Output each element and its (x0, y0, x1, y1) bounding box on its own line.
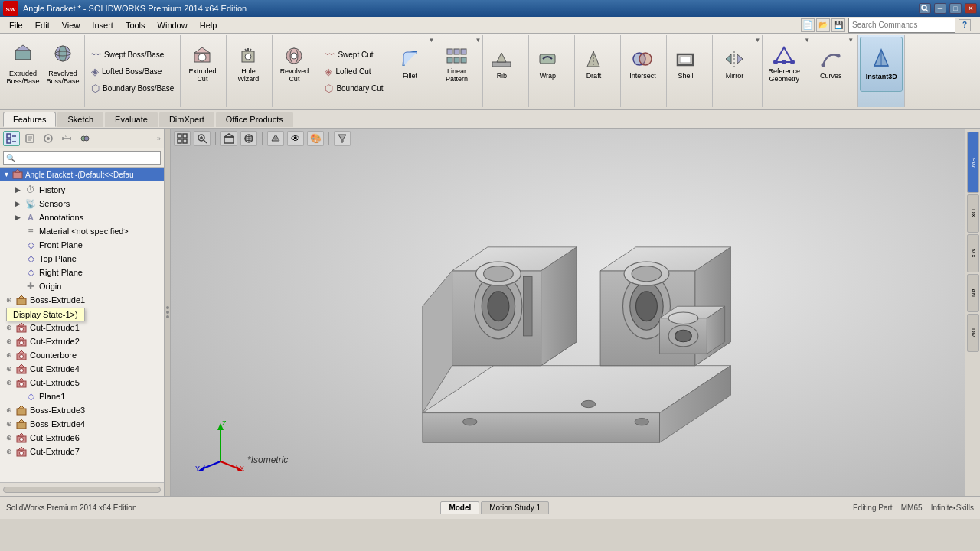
reference-geometry-button[interactable]: ReferenceGeometry (764, 37, 804, 92)
view-filter[interactable] (334, 131, 351, 146)
intersect-button[interactable]: Intersect (622, 37, 662, 92)
save-btn[interactable]: 💾 (831, 18, 845, 32)
menu-edit[interactable]: Edit (29, 19, 56, 31)
extruded-boss-base-button[interactable]: ExtrudedBoss/Base (3, 37, 43, 92)
close-button[interactable]: ✕ (965, 3, 977, 14)
mirror-button[interactable]: Mirror (714, 37, 754, 92)
appearance[interactable]: 🎨 (307, 131, 324, 146)
tree-item-right-plane[interactable]: ◇ Right Plane (0, 266, 164, 279)
menu-tools[interactable]: Tools (119, 19, 152, 31)
tree-item-counterbore[interactable]: ⊕ Counterbore (0, 348, 164, 362)
tree-item-origin[interactable]: ✚ Origin (0, 279, 164, 293)
menu-window[interactable]: Window (152, 19, 194, 31)
tree-item-cut-extrude7[interactable]: ⊕ Cut-Extrude7 (0, 445, 164, 458)
fillet-button[interactable]: Fillet (392, 37, 429, 92)
tree-item-history[interactable]: ▶ ⏱ History (0, 183, 164, 197)
wrap-button[interactable]: Wrap (531, 37, 564, 92)
tree-item-annotations[interactable]: ▶ A Annotations (0, 210, 164, 224)
panel-resize-handle[interactable] (165, 129, 171, 496)
menu-help[interactable]: Help (194, 19, 224, 31)
tab-office-products[interactable]: Office Products (216, 112, 293, 127)
tree-item-top-plane[interactable]: ◇ Top Plane (0, 252, 164, 266)
unit-display: MM65 (901, 504, 923, 512)
curves-dropdown[interactable]: ▼ (848, 37, 854, 44)
tree-item-cut-extrude1[interactable]: ⊕ Cut-Extrude1 (0, 321, 164, 334)
swept-boss-button[interactable]: 〰 Swept Boss/Base (88, 46, 167, 63)
boundary-boss-label: Boundary Boss/Base (103, 84, 174, 93)
tree-item-material[interactable]: ≡ Material <not specified> (0, 224, 164, 238)
revolved-cut-button[interactable]: RevolvedCut (274, 37, 314, 92)
fillet-dropdown[interactable]: ▼ (429, 37, 435, 44)
menu-view[interactable]: View (56, 19, 87, 31)
open-file-btn[interactable]: 📂 (816, 18, 830, 32)
tab-features[interactable]: Features (3, 112, 56, 127)
mirror-label: Mirror (726, 72, 744, 80)
tree-item-boss-extrude4[interactable]: ⊕ Boss-Extrude4 (0, 417, 164, 431)
config-manager-icon[interactable] (40, 131, 57, 146)
zoom-in[interactable] (194, 131, 211, 146)
boundary-cut-button[interactable]: ⬡ Boundary Cut (322, 80, 386, 96)
tree-item-sensors[interactable]: ▶ 📡 Sensors (0, 197, 164, 210)
extruded-cut-button[interactable]: ExtrudedCut (182, 37, 222, 92)
mirror-dropdown[interactable]: ▼ (754, 37, 760, 44)
curves-button[interactable]: Curves (814, 37, 848, 92)
intersect-icon (632, 48, 653, 71)
new-file-btn[interactable]: 📄 (801, 18, 815, 32)
display-manager-icon[interactable] (77, 131, 93, 146)
menu-file[interactable]: File (3, 19, 29, 31)
tree-search-input[interactable] (3, 151, 161, 165)
dimxpert-icon[interactable]: d (58, 131, 75, 146)
window-search[interactable] (919, 3, 931, 14)
rib-button[interactable]: Rib (485, 37, 518, 92)
tree-root-item[interactable]: ▼ Angle Bracket -(Default<<Defau (0, 168, 164, 181)
feature-manager-icon[interactable] (3, 131, 20, 146)
menu-insert[interactable]: Insert (86, 19, 119, 31)
motion-study-tab[interactable]: Motion Study 1 (481, 501, 549, 514)
standard-views[interactable] (220, 131, 237, 146)
right-panel-sw[interactable]: SW (967, 132, 979, 193)
zoom-to-fit[interactable] (174, 131, 191, 146)
svg-rect-138 (178, 139, 181, 143)
revolved-boss-base-button[interactable]: RevolvedBoss/Base (43, 37, 83, 92)
tab-sketch[interactable]: Sketch (57, 112, 103, 127)
tree-item-boss-extrude3[interactable]: ⊕ Boss-Extrude3 (0, 403, 164, 417)
property-manager-icon[interactable] (21, 131, 38, 146)
right-panel-dm[interactable]: DM (967, 314, 979, 352)
view-orientation[interactable] (240, 131, 257, 146)
model-tab[interactable]: Model (440, 501, 479, 514)
tree-item-boss-extrude1[interactable]: ⊕ Boss-Extrude1 (0, 293, 164, 307)
ref-geo-dropdown[interactable]: ▼ (804, 37, 810, 44)
minimize-button[interactable]: ─ (934, 3, 946, 14)
tree-item-front-plane[interactable]: ◇ Front Plane (0, 238, 164, 252)
expand-icon (15, 255, 24, 262)
lofted-boss-button[interactable]: ◈ Lofted Boss/Base (88, 63, 165, 80)
linear-pattern-button[interactable]: LinearPattern (438, 37, 475, 92)
lofted-boss-icon: ◈ (91, 66, 99, 77)
tree-item-plane1[interactable]: ◇ Plane1 (0, 390, 164, 403)
right-panel-an[interactable]: AN (967, 274, 979, 312)
swept-cut-button[interactable]: 〰 Swept Cut (322, 46, 376, 63)
tab-evaluate[interactable]: Evaluate (105, 112, 158, 127)
tree-item-cut-extrude6[interactable]: ⊕ Cut-Extrude6 (0, 431, 164, 445)
linear-pattern-dropdown[interactable]: ▼ (475, 37, 481, 44)
maximize-button[interactable]: □ (949, 3, 962, 14)
right-panel-dx[interactable]: DX (967, 194, 979, 233)
tab-dimxpert[interactable]: DimXpert (159, 112, 214, 127)
hide-show[interactable]: 👁 (287, 131, 304, 146)
draft-button[interactable]: Draft (577, 37, 610, 92)
tree-item-cut-extrude4[interactable]: ⊕ Cut-Extrude4 (0, 362, 164, 376)
panel-more-btn[interactable]: » (157, 135, 161, 142)
tree-item-cut-extrude5[interactable]: ⊕ Cut-Extrude5 (0, 376, 164, 390)
help-icon[interactable]: ? (959, 19, 971, 31)
3d-viewport[interactable]: Z X Y *Isometric (171, 129, 965, 496)
svg-text:SW: SW (6, 6, 16, 13)
command-search[interactable] (848, 18, 956, 33)
hole-wizard-button[interactable]: HoleWizard (228, 37, 268, 92)
right-panel-mx[interactable]: MX (967, 234, 979, 272)
instant3d-button[interactable]: Instant3D (860, 37, 903, 92)
tree-item-cut-extrude2[interactable]: ⊕ Cut-Extrude2 (0, 334, 164, 348)
boundary-boss-button[interactable]: ⬡ Boundary Boss/Base (88, 80, 177, 96)
lofted-cut-button[interactable]: ◈ Lofted Cut (322, 63, 374, 80)
display-style[interactable] (267, 131, 284, 146)
shell-button[interactable]: Shell (668, 37, 702, 92)
